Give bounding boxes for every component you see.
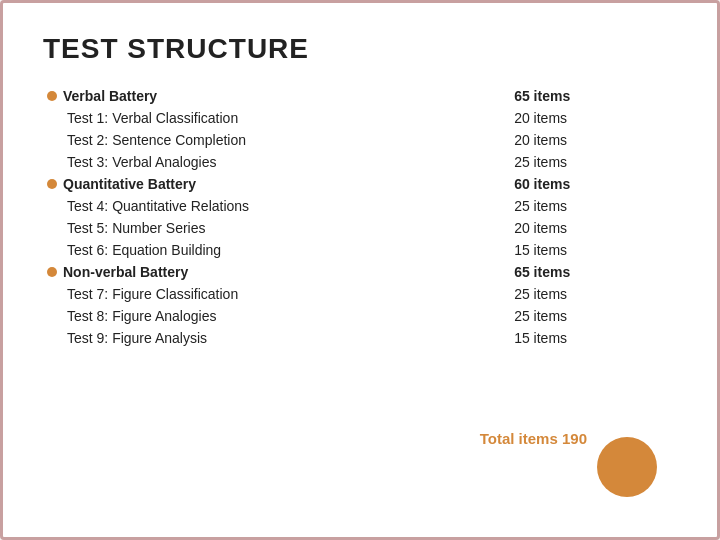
table-row: Test 1: Verbal Classification20 items [43,107,677,129]
row-items-test5: 20 items [510,217,677,239]
row-label-nonverbal-battery: Non-verbal Battery [63,264,188,280]
row-name-test7: Test 7: Figure Classification [43,283,510,305]
row-name-test6: Test 6: Equation Building [43,239,510,261]
row-name-test4: Test 4: Quantitative Relations [43,195,510,217]
test-structure-table: Verbal Battery65 itemsTest 1: Verbal Cla… [43,85,677,349]
page-title: TEST STRUCTURE [43,33,677,65]
table-row: Verbal Battery65 items [43,85,677,107]
row-name-test5: Test 5: Number Series [43,217,510,239]
row-items-nonverbal-battery: 65 items [510,261,677,283]
row-items-quantitative-battery: 60 items [510,173,677,195]
row-label-verbal-battery: Verbal Battery [63,88,157,104]
bullet-icon-nonverbal-battery [47,267,57,277]
orange-circle-decoration [597,437,657,497]
total-items-label: Total items 190 [480,430,587,447]
bullet-icon-verbal-battery [47,91,57,101]
table-row: Test 7: Figure Classification25 items [43,283,677,305]
row-name-quantitative-battery: Quantitative Battery [43,173,510,195]
row-name-test8: Test 8: Figure Analogies [43,305,510,327]
row-items-test3: 25 items [510,151,677,173]
table-row: Test 6: Equation Building15 items [43,239,677,261]
table-row: Test 8: Figure Analogies25 items [43,305,677,327]
page-container: TEST STRUCTURE Verbal Battery65 itemsTes… [0,0,720,540]
row-items-test9: 15 items [510,327,677,349]
table-row: Test 4: Quantitative Relations25 items [43,195,677,217]
row-items-test8: 25 items [510,305,677,327]
row-name-test9: Test 9: Figure Analysis [43,327,510,349]
table-row: Quantitative Battery60 items [43,173,677,195]
row-items-test7: 25 items [510,283,677,305]
table-row: Test 2: Sentence Completion20 items [43,129,677,151]
row-name-test1: Test 1: Verbal Classification [43,107,510,129]
table-row: Test 3: Verbal Analogies25 items [43,151,677,173]
table-row: Test 5: Number Series20 items [43,217,677,239]
table-row: Non-verbal Battery65 items [43,261,677,283]
row-label-quantitative-battery: Quantitative Battery [63,176,196,192]
row-items-test1: 20 items [510,107,677,129]
row-name-verbal-battery: Verbal Battery [43,85,510,107]
row-name-nonverbal-battery: Non-verbal Battery [43,261,510,283]
row-items-test6: 15 items [510,239,677,261]
row-items-verbal-battery: 65 items [510,85,677,107]
bullet-icon-quantitative-battery [47,179,57,189]
table-row: Test 9: Figure Analysis15 items [43,327,677,349]
row-name-test3: Test 3: Verbal Analogies [43,151,510,173]
row-items-test2: 20 items [510,129,677,151]
row-items-test4: 25 items [510,195,677,217]
row-name-test2: Test 2: Sentence Completion [43,129,510,151]
